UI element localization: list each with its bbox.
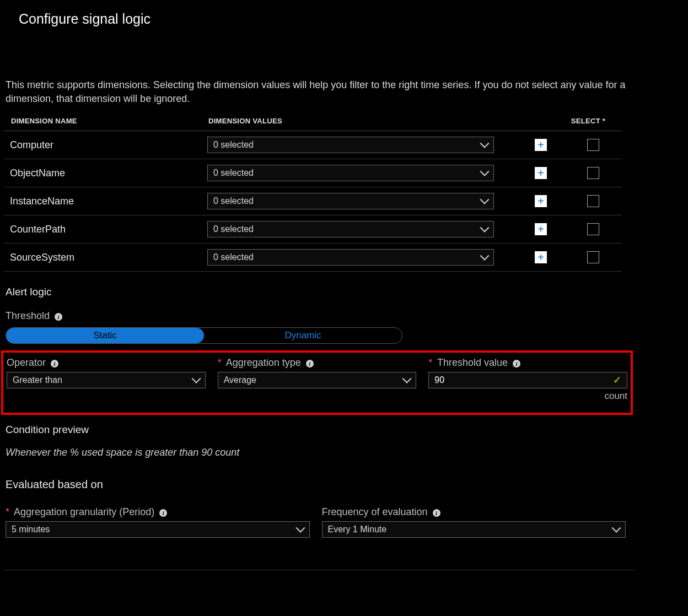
operator-dropdown[interactable]: Greater than bbox=[7, 372, 206, 388]
dimension-name: ObjectName bbox=[3, 159, 201, 187]
info-icon[interactable]: i bbox=[55, 313, 62, 321]
chevron-down-icon bbox=[480, 139, 490, 148]
aggregation-type-dropdown[interactable]: Average bbox=[218, 372, 417, 388]
threshold-value-input[interactable]: 90 ✓ bbox=[428, 372, 627, 388]
operator-field: Operator i Greater than bbox=[7, 356, 206, 402]
condition-preview-text: Whenever the % used space is greater tha… bbox=[0, 439, 688, 462]
dropdown-value: 5 minutes bbox=[12, 525, 50, 534]
chevron-down-icon bbox=[480, 195, 490, 204]
threshold-static-option[interactable]: Static bbox=[6, 328, 204, 343]
dimension-values-dropdown[interactable]: 0 selected bbox=[207, 137, 494, 153]
description-text: This metric supports dimensions. Selecti… bbox=[0, 31, 631, 111]
col-add bbox=[517, 111, 561, 131]
chevron-down-icon bbox=[295, 523, 305, 533]
operator-label: Operator bbox=[7, 357, 46, 368]
aggregation-granularity-dropdown[interactable]: 5 minutes bbox=[6, 521, 310, 538]
required-indicator: * bbox=[218, 357, 222, 368]
required-indicator: * bbox=[6, 506, 9, 517]
table-row: Computer 0 selected + bbox=[3, 131, 622, 159]
info-icon[interactable]: i bbox=[433, 509, 440, 517]
chevron-down-icon bbox=[191, 374, 201, 383]
table-row: CounterPath 0 selected + bbox=[3, 215, 622, 244]
dimension-values-dropdown[interactable]: 0 selected bbox=[207, 193, 494, 209]
dropdown-value: 0 selected bbox=[213, 252, 254, 262]
select-checkbox[interactable] bbox=[587, 195, 599, 207]
dropdown-value: 0 selected bbox=[213, 196, 254, 206]
info-icon[interactable]: i bbox=[306, 360, 314, 368]
dropdown-value: 0 selected bbox=[213, 168, 254, 178]
add-button[interactable]: + bbox=[535, 251, 547, 263]
chevron-down-icon bbox=[480, 223, 490, 233]
dropdown-value: 0 selected bbox=[213, 140, 254, 150]
col-dimension-name: DIMENSION NAME bbox=[3, 111, 201, 131]
dimension-name: Computer bbox=[3, 131, 201, 159]
plus-icon: + bbox=[538, 167, 544, 179]
add-button[interactable]: + bbox=[535, 195, 547, 207]
chevron-down-icon bbox=[402, 374, 412, 383]
table-row: ObjectName 0 selected + bbox=[3, 159, 622, 187]
select-checkbox[interactable] bbox=[587, 223, 599, 235]
table-row: SourceSystem 0 selected + bbox=[3, 244, 622, 272]
chevron-down-icon bbox=[480, 251, 490, 261]
input-value: 90 bbox=[434, 375, 444, 385]
dimension-values-dropdown[interactable]: 0 selected bbox=[207, 221, 494, 237]
highlight-box: Operator i Greater than * Aggregation ty… bbox=[1, 350, 633, 415]
dropdown-value: Every 1 Minute bbox=[328, 525, 387, 534]
check-icon: ✓ bbox=[613, 374, 621, 386]
dimension-name: InstanceName bbox=[3, 187, 201, 215]
chevron-down-icon bbox=[612, 523, 621, 533]
add-button[interactable]: + bbox=[535, 223, 547, 235]
aggregation-type-field: * Aggregation type i Average bbox=[218, 356, 417, 402]
threshold-dynamic-option[interactable]: Dynamic bbox=[204, 328, 402, 343]
panel-title: Configure signal logic bbox=[0, 0, 688, 31]
table-row: InstanceName 0 selected + bbox=[3, 187, 622, 215]
footer-divider bbox=[3, 570, 635, 570]
evaluated-heading: Evaluated based on bbox=[0, 462, 688, 494]
dimension-values-dropdown[interactable]: 0 selected bbox=[207, 165, 494, 181]
threshold-label: Threshold bbox=[6, 310, 50, 321]
add-button[interactable]: + bbox=[535, 167, 547, 179]
dropdown-value: Greater than bbox=[13, 375, 62, 385]
aggregation-granularity-field: * Aggregation granularity (Period) i 5 m… bbox=[6, 505, 310, 538]
add-button[interactable]: + bbox=[535, 139, 547, 151]
threshold-unit: count bbox=[428, 388, 627, 402]
select-checkbox[interactable] bbox=[587, 139, 599, 151]
dropdown-value: Average bbox=[224, 375, 256, 385]
info-icon[interactable]: i bbox=[513, 360, 520, 368]
info-icon[interactable]: i bbox=[51, 360, 58, 368]
required-indicator: * bbox=[428, 357, 432, 368]
dimension-table: DIMENSION NAME DIMENSION VALUES SELECT *… bbox=[3, 111, 622, 272]
frequency-evaluation-dropdown[interactable]: Every 1 Minute bbox=[322, 521, 626, 538]
threshold-toggle: Static Dynamic bbox=[6, 327, 402, 344]
chevron-down-icon bbox=[480, 167, 490, 176]
col-dimension-values: DIMENSION VALUES bbox=[201, 111, 517, 131]
col-select: SELECT * bbox=[561, 111, 622, 131]
info-icon[interactable]: i bbox=[159, 509, 167, 517]
aggregation-type-label: Aggregation type bbox=[226, 357, 301, 368]
dropdown-value: 0 selected bbox=[213, 224, 254, 234]
frequency-evaluation-field: Frequency of evaluation i Every 1 Minute bbox=[322, 505, 626, 538]
condition-preview-heading: Condition preview bbox=[0, 415, 688, 439]
dimension-name: SourceSystem bbox=[3, 244, 201, 272]
dimension-name: CounterPath bbox=[3, 215, 201, 244]
plus-icon: + bbox=[538, 252, 544, 263]
dimension-values-dropdown[interactable]: 0 selected bbox=[207, 249, 494, 266]
plus-icon: + bbox=[538, 139, 544, 150]
frequency-evaluation-label: Frequency of evaluation bbox=[322, 506, 428, 517]
aggregation-granularity-label: Aggregation granularity (Period) bbox=[14, 506, 154, 517]
select-checkbox[interactable] bbox=[587, 167, 599, 179]
select-checkbox[interactable] bbox=[587, 251, 599, 263]
plus-icon: + bbox=[538, 196, 544, 207]
threshold-value-field: * Threshold value i 90 ✓ count bbox=[428, 356, 627, 402]
threshold-value-label: Threshold value bbox=[437, 357, 508, 368]
alert-logic-heading: Alert logic bbox=[0, 272, 688, 300]
plus-icon: + bbox=[538, 224, 544, 235]
